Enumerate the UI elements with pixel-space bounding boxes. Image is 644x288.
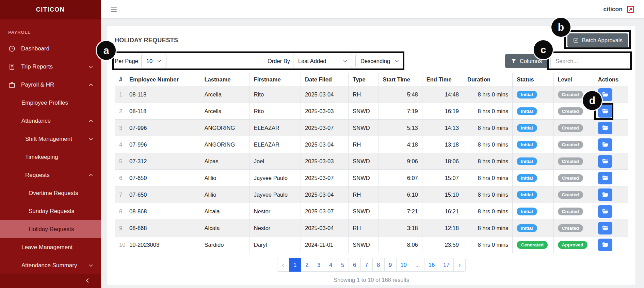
open-request-button[interactable] [598,138,612,151]
pagination-page-6[interactable]: 6 [349,258,361,272]
cell-status: Initial [513,170,553,186]
status-badge: Initial [517,107,537,115]
cell-level: Created [553,153,594,170]
sidebar-item-label: Employee Profiles [21,100,68,106]
sidebar-item-trip-reports[interactable]: Trip Reports [0,58,101,76]
topbar-brand-group: citicon [603,5,635,14]
order-by-select[interactable]: Last Added [293,54,352,68]
table-row: 407-996ANGORINGELEAZAR2025-03-04RH4:1813… [115,136,628,153]
hamburger-menu-icon[interactable] [110,5,118,13]
chevron-up-icon [88,118,94,124]
cell-status: Generated [513,237,553,253]
cell-actions [594,103,628,120]
open-request-button[interactable] [598,122,612,134]
check-square-icon [573,37,579,43]
pagination-next[interactable]: › [453,258,466,272]
cell-actions [594,186,628,203]
cell-end-time: 12:18 [422,220,463,237]
cell-row-number: 5 [115,153,125,170]
per-page-label: Per Page [115,58,138,64]
folder-icon [602,91,609,98]
sidebar-item-payroll-hr[interactable]: Payroll & HR [0,76,101,94]
cell-end-time: 18:06 [422,153,463,170]
sidebar-item-sunday-requests[interactable]: Sunday Requests [0,202,101,220]
per-page-select[interactable]: 10 [141,54,166,68]
cell-lastname: Alilio [200,170,249,186]
sidebar-item-attendance[interactable]: Attendance [0,112,101,130]
pagination-page-7[interactable]: 7 [360,258,373,272]
status-badge: Initial [517,174,537,182]
open-request-button[interactable] [598,205,612,218]
sidebar-item-timekeeping[interactable]: Timekeeping [0,148,101,166]
cell-duration: 8 hrs 0 mins [463,170,512,186]
open-request-button[interactable] [598,105,612,118]
pagination-page-3[interactable]: 3 [313,258,325,272]
pagination-page-5[interactable]: 5 [337,258,349,272]
cell-status: Initial [513,136,553,153]
sidebar-item-requests[interactable]: Requests [0,166,101,184]
brand-logo-icon[interactable] [626,5,635,14]
cell-employee-number: 08-868 [125,203,200,220]
open-request-button[interactable] [598,88,612,101]
chevron-up-icon [88,82,94,88]
cell-firstname: Nestor [249,203,301,220]
cell-actions [594,170,628,186]
pagination-page-9[interactable]: 9 [384,258,397,272]
cell-end-time: 15:10 [422,186,463,203]
pagination-page-10[interactable]: 10 [396,258,411,272]
sidebar-item-overtime-requests[interactable]: Overtime Requests [0,184,101,202]
sidebar-item-dashboard[interactable]: Dashboard [0,40,101,58]
cell-actions [594,203,628,220]
open-request-button[interactable] [598,172,612,184]
cell-firstname: Jayvee Paulo [249,170,301,186]
sidebar-item-attendance-summary[interactable]: Attendance Summary [0,256,101,274]
sidebar-item-label: Holiday Requests [29,226,74,233]
pagination-page-4[interactable]: 4 [325,258,337,272]
sidebar-collapse-button[interactable] [0,274,101,288]
pagination-page-16[interactable]: 16 [424,258,439,272]
pagination-page-17[interactable]: 17 [439,258,454,272]
cell-firstname: Rito [249,86,301,103]
pagination-prev[interactable]: ‹ [277,258,289,272]
cell-lastname: Alcala [200,203,249,220]
cell-row-number: 4 [115,136,125,153]
pagination-page-1[interactable]: 1 [289,258,301,272]
table-row: 607-650AlilioJayvee Paulo2025-03-07SNWD6… [115,170,628,186]
table-row: 108-118ArcellaRito2025-03-04RH5:4814:488… [115,86,628,103]
status-badge: Initial [517,208,537,215]
sidebar-item-shift-management[interactable]: Shift Management [0,130,101,148]
order-by-value: Last Added [298,58,326,64]
chevron-down-icon [342,58,348,64]
sidebar-item-leave-management[interactable]: Leave Management [0,238,101,256]
filter-funnel-icon [511,58,517,64]
cell-lastname: Alilio [200,186,249,203]
cell-actions [594,237,628,253]
folder-icon [602,124,609,131]
results-summary: Showing 1 to 10 of 168 results [107,277,635,283]
sidebar-item-employee-profiles[interactable]: Employee Profiles [0,94,101,112]
cell-lastname: Alpas [200,153,249,170]
open-request-button[interactable] [598,155,612,168]
per-page-group: Per Page 10 [115,54,166,68]
cell-end-time: 14:48 [422,86,463,103]
open-request-button[interactable] [598,188,612,201]
main-area: citicon HOLIDAY REQUESTS Batch Approvals… [101,0,644,288]
chevron-up-icon [88,172,94,178]
open-request-button[interactable] [598,239,612,251]
columns-button[interactable]: Columns [505,54,547,68]
cell-row-number: 1 [115,86,125,103]
cell-start-time: 8:06 [379,237,422,253]
batch-approvals-button[interactable]: Batch Approvals [567,33,628,47]
cell-employee-number: 07-312 [125,153,200,170]
sidebar-item-label: Sunday Requests [29,208,74,215]
pagination-page-2[interactable]: 2 [301,258,313,272]
order-direction-select[interactable]: Descending [355,54,404,68]
sidebar-item-label: Requests [25,172,50,179]
cell-actions [594,153,628,170]
search-input[interactable] [550,54,628,68]
pagination-page-8[interactable]: 8 [372,258,385,272]
cell-end-time: 15:07 [422,170,463,186]
sidebar-item-holiday-requests[interactable]: Holiday Requests [0,220,101,238]
open-request-button[interactable] [598,222,612,234]
cell-level: Created [553,86,594,103]
